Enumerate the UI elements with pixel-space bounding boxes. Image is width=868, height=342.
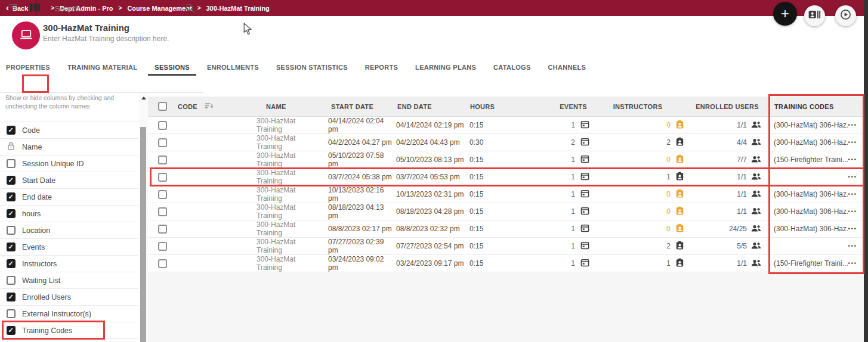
column-toggle-label: Location [22,226,50,235]
table-row[interactable]: 300-HazMat Training 05/10/2023 07:58 pm … [148,151,864,169]
users-icon [751,189,761,200]
table-row[interactable]: 300-HazMat Training 08/8/2023 02:17 pm 0… [148,220,864,238]
checkbox[interactable] [7,259,16,268]
table-row[interactable]: 300-HazMat Training 08/18/2023 04:13 pm … [148,203,864,220]
header-hours[interactable]: HOURS [464,103,500,110]
scrollbar-thumb[interactable] [140,127,146,342]
row-checkbox[interactable] [158,225,167,234]
header-training-codes[interactable]: TRAINING CODES [770,103,864,110]
row-checkbox[interactable] [158,207,167,216]
row-menu-ellipsis-icon[interactable]: ••• [848,157,857,163]
column-toggle-label: Waiting List [22,276,60,285]
checkbox[interactable] [7,242,16,251]
checkbox[interactable] [7,176,16,185]
row-menu-ellipsis-icon[interactable]: ••• [848,226,857,232]
header-end-date[interactable]: END DATE [396,103,464,110]
table-row[interactable]: 300-HazMat Training 03/24/2023 09:02 pm … [148,255,864,272]
search-input[interactable] [55,2,174,14]
sort-icon[interactable] [205,102,214,111]
header-code[interactable]: CODE [178,103,197,110]
id-card-button[interactable] [804,5,825,26]
checkbox-slot [6,126,16,135]
add-session-button[interactable]: + [773,2,797,26]
header-events[interactable]: EVENTS [500,103,591,110]
row-menu-ellipsis-icon[interactable]: ••• [848,243,857,249]
checkbox[interactable] [7,126,16,135]
header-name[interactable]: NAME [257,103,313,110]
checkbox[interactable] [7,209,16,218]
row-menu-ellipsis-icon[interactable]: ••• [848,209,857,214]
row-checkbox[interactable] [158,121,167,130]
cell-code [177,220,257,237]
row-checkbox[interactable] [158,138,167,147]
events-count: 1 [571,121,575,129]
column-toggle-item[interactable]: Session Unique ID [0,156,138,172]
tab[interactable]: REPORTS [365,60,398,75]
instructor-badge-icon [676,223,684,234]
row-menu-ellipsis-icon[interactable]: ••• [848,191,857,197]
table-row[interactable]: 300-HazMat Training 04/2/2024 04:27 pm 0… [148,134,864,151]
row-checkbox[interactable] [158,259,167,268]
column-toggle-label: Session Unique ID [22,160,84,168]
row-menu-ellipsis-icon[interactable]: ••• [848,122,857,128]
table-row[interactable]: 300-HazMat Training 10/13/2023 02:16 pm … [148,186,864,203]
row-menu-ellipsis-icon[interactable]: ••• [848,260,857,266]
users-icon [751,207,761,217]
columns-button[interactable] [28,2,41,14]
checkbox[interactable] [7,159,16,168]
table-row[interactable]: 300-HazMat Training 04/14/2024 02:04 pm … [148,117,864,134]
checkbox-slot [6,259,16,269]
checkbox-slot [6,293,16,302]
tab[interactable]: SESSIONS [155,60,190,75]
header-start-date[interactable]: START DATE [313,103,396,110]
checkbox[interactable] [7,293,16,301]
column-toggle-item[interactable]: Training Codes [0,322,138,339]
row-checkbox[interactable] [158,173,167,182]
column-toggle-item[interactable]: External Instructor(s) [0,306,138,322]
row-checkbox[interactable] [158,242,167,251]
table-row[interactable]: 300-HazMat Training 07/27/2023 02:39 pm … [148,238,864,255]
column-toggle-item[interactable]: Events [0,239,138,256]
checkbox[interactable] [7,326,16,335]
cell-training-codes: (300-HazMat) 306-Haz... [774,207,848,216]
column-toggle-item[interactable]: hours [0,206,138,222]
row-checkbox[interactable] [158,190,167,199]
row-menu-ellipsis-icon[interactable]: ••• [848,174,857,180]
search-icon[interactable] [185,3,195,15]
select-all-checkbox[interactable] [158,102,167,111]
enrolled-count: 1/1 [737,190,747,198]
row-checkbox[interactable] [158,156,167,164]
column-toggle-item[interactable]: Instructors [0,256,138,272]
tab[interactable]: CATALOGS [493,60,531,75]
tab[interactable]: ENROLLMENTS [207,60,259,75]
cell-code [177,255,257,272]
row-menu-ellipsis-icon[interactable]: ••• [848,139,857,145]
column-toggle-item[interactable]: Code [0,122,138,139]
sidebar-scrollbar[interactable] [139,93,148,342]
column-toggle-item[interactable]: Waiting List [0,272,138,289]
breadcrumb-item[interactable]: > 300-HazMat Training [192,5,270,12]
scrollbar-up-arrow-icon[interactable] [139,94,148,101]
column-toggle-item[interactable]: Location [0,222,138,239]
header-enrolled-users[interactable]: ENROLLED USERS [685,103,770,110]
column-toggle-item[interactable]: Enrolled Users [0,289,138,306]
tab[interactable]: TRAINING MATERIAL [67,60,137,75]
tab[interactable]: LEARNING PLANS [415,60,476,75]
checkbox[interactable] [7,276,16,285]
tab[interactable]: SESSION STATISTICS [276,60,348,75]
tab[interactable]: CHANNELS [548,60,586,75]
column-toggle-item[interactable]: Name [0,139,138,156]
column-toggle-item[interactable]: End date [0,189,138,206]
table-row[interactable]: 300-HazMat Training 03/7/2024 05:38 pm 0… [148,169,864,186]
checkbox[interactable] [7,309,16,318]
breadcrumb-separator: > [51,5,54,11]
calendar-icon [580,137,589,148]
filter-button[interactable] [7,2,20,14]
instructors-count: 0 [666,156,671,164]
play-button[interactable] [835,5,856,26]
tab[interactable]: PROPERTIES [6,60,50,75]
column-toggle-item[interactable]: Start Date [0,172,138,189]
checkbox[interactable] [7,192,16,201]
checkbox[interactable] [7,226,16,235]
header-instructors[interactable]: INSTRUCTORS [591,103,685,110]
